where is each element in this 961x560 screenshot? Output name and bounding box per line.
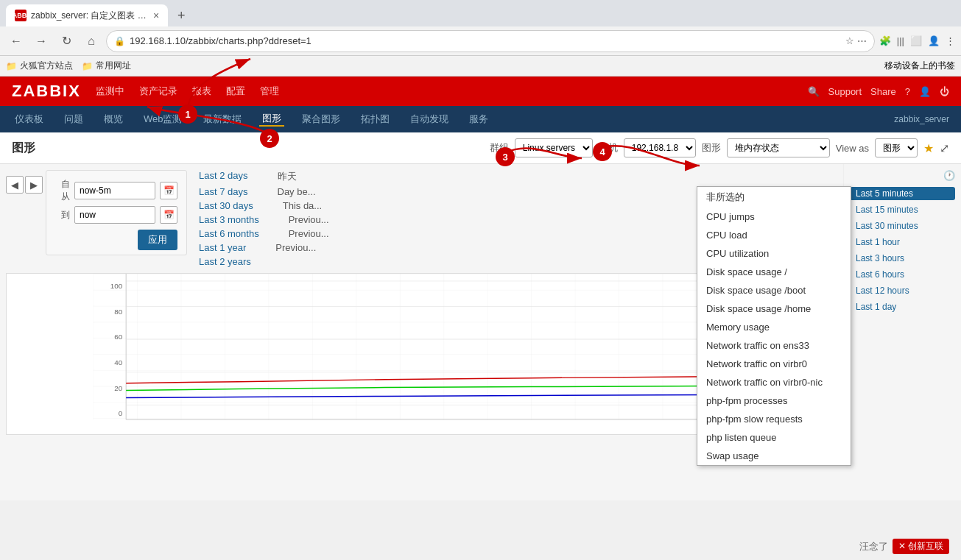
dropdown-item-14[interactable]: Swap usage	[697, 447, 851, 465]
header-nav-config[interactable]: 配置	[226, 83, 245, 99]
dropdown-item-8[interactable]: Network traffic on ens33	[697, 336, 851, 355]
host-select[interactable]: 192.168.1.8	[624, 138, 696, 157]
to-input[interactable]	[74, 206, 155, 224]
quick-last2days[interactable]: Last 2 days	[199, 170, 248, 183]
dropdown-item-4[interactable]: Disk space usage /	[697, 263, 851, 281]
active-tab[interactable]: ZABBIX zabbix_server: 自定义图表 [图... ×	[6, 4, 168, 26]
search-icon[interactable]: 🔍	[808, 86, 820, 97]
quick-prev3[interactable]: Previou...	[289, 214, 329, 225]
quick-last1year[interactable]: Last 1 year	[199, 242, 246, 253]
favorite-button[interactable]: ★	[923, 141, 934, 155]
quick-thisday[interactable]: This da...	[283, 200, 322, 211]
dropdown-item-3[interactable]: CPU utilization	[697, 244, 851, 263]
dropdown-item-1[interactable]: CPU jumps	[697, 208, 851, 226]
group-select[interactable]: Linux servers	[515, 138, 593, 157]
zabbix-logo: ZABBIX	[12, 82, 81, 101]
from-input[interactable]	[74, 182, 155, 199]
menu-icon[interactable]: ⋯	[857, 35, 867, 46]
subnav-problems[interactable]: 问题	[61, 113, 86, 126]
new-tab-button[interactable]: +	[171, 5, 191, 26]
header-nav-admin[interactable]: 管理	[260, 83, 279, 99]
subnav-dashboard[interactable]: 仪表板	[12, 113, 46, 126]
bookmark-firefox-label: 火狐官方站点	[20, 60, 73, 72]
watermark-brand: ✕ 创新互联	[893, 539, 949, 554]
bookmarks-icon[interactable]: |||	[897, 35, 904, 46]
refresh-button[interactable]: ↻	[56, 31, 77, 52]
quick-prev1yr[interactable]: Previou...	[275, 242, 316, 253]
profile-icon[interactable]: 👤	[928, 35, 940, 46]
to-calendar-button[interactable]: 📅	[160, 206, 177, 224]
quick-prev6[interactable]: Previou...	[289, 228, 329, 239]
subnav-discovery[interactable]: 自动发现	[407, 113, 451, 126]
header-nav-monitor[interactable]: 监测中	[96, 83, 124, 99]
next-button[interactable]: ▶	[25, 176, 43, 194]
subnav-graphs[interactable]: 图形	[259, 112, 284, 127]
mobile-bookmarks[interactable]: 移动设备上的书签	[884, 60, 955, 72]
subnav-screens[interactable]: 聚合图形	[299, 113, 343, 126]
dropdown-item-12[interactable]: php-fpm slow requests	[697, 410, 851, 428]
header-nav-assets[interactable]: 资产记录	[139, 83, 177, 99]
dropdown-item-11[interactable]: php-fpm processes	[697, 391, 851, 410]
quick-yesterday[interactable]: 昨天	[278, 170, 297, 183]
support-link[interactable]: Support	[828, 86, 862, 97]
tab-close-button[interactable]: ×	[153, 10, 159, 21]
dropdown-item-2[interactable]: CPU load	[697, 226, 851, 244]
quick-last30days[interactable]: Last 30 days	[199, 200, 253, 211]
back-button[interactable]: ←	[6, 31, 27, 52]
time-range-30min[interactable]: Last 30 minutes	[850, 219, 955, 233]
sync-icon[interactable]: ⬜	[910, 35, 922, 46]
dropdown-item-7[interactable]: Memory usage	[697, 318, 851, 336]
time-range-3h[interactable]: Last 3 hours	[850, 252, 955, 265]
dropdown-item-9[interactable]: Network traffic on virbr0	[697, 355, 851, 373]
help-icon[interactable]: ?	[905, 86, 910, 97]
quick-last7days[interactable]: Last 7 days	[199, 186, 248, 197]
dropdown-item-5[interactable]: Disk space usage /boot	[697, 281, 851, 300]
subnav-services[interactable]: 服务	[466, 113, 491, 126]
annotation-2: 2	[260, 129, 279, 148]
quick-daybefore[interactable]: Day be...	[278, 186, 316, 197]
user-icon[interactable]: 👤	[919, 86, 931, 97]
graph-select[interactable]: 堆内存状态	[727, 138, 830, 157]
time-range-1d[interactable]: Last 1 day	[850, 300, 955, 313]
forward-button[interactable]: →	[31, 31, 52, 52]
time-range-12h[interactable]: Last 12 hours	[850, 284, 955, 297]
bookmark-common[interactable]: 📁 常用网址	[82, 60, 131, 72]
dropdown-item-0[interactable]: 非所选的	[697, 187, 851, 208]
dropdown-item-10[interactable]: Network traffic on virbr0-nic	[697, 373, 851, 391]
subnav-overview[interactable]: 概览	[101, 113, 126, 126]
logout-icon[interactable]: ⏻	[940, 86, 949, 97]
time-range-5min[interactable]: Last 5 minutes	[850, 187, 955, 200]
prev-button[interactable]: ◀	[6, 176, 24, 194]
right-panel: 🕐 Last 5 minutes Last 15 minutes Last 30…	[843, 164, 961, 441]
page-title: 图形	[12, 141, 478, 156]
time-range-15min[interactable]: Last 15 minutes	[850, 203, 955, 216]
quick-last6months[interactable]: Last 6 months	[199, 228, 259, 239]
quick-last2years[interactable]: Last 2 years	[199, 256, 251, 267]
tab-title: zabbix_server: 自定义图表 [图...	[31, 10, 149, 22]
address-bar[interactable]: 🔒 192.168.1.10/zabbix/charts.php?ddreset…	[106, 30, 875, 52]
from-calendar-button[interactable]: 📅	[160, 182, 177, 199]
header-nav-reports[interactable]: 报表	[192, 83, 211, 99]
page-header: 图形 群组 Linux servers 主机 192.168.1.8 图形 堆内…	[0, 132, 961, 164]
tab-favicon: ZABBIX	[15, 10, 27, 21]
bookmark-firefox[interactable]: 📁 火狐官方站点	[6, 60, 73, 72]
home-button[interactable]: ⌂	[81, 31, 102, 52]
time-range-6h[interactable]: Last 6 hours	[850, 268, 955, 281]
subnav-latest[interactable]: 最新数据	[200, 113, 244, 126]
dropdown-item-13[interactable]: php listen queue	[697, 428, 851, 447]
bookmark-folder-icon2: 📁	[82, 61, 93, 71]
extensions-icon[interactable]: 🧩	[879, 35, 891, 46]
time-range-buttons: Last 5 minutes Last 15 minutes Last 30 m…	[850, 187, 955, 313]
prev-next-buttons: ◀ ▶	[6, 176, 43, 194]
view-as-label: View as	[836, 143, 869, 154]
view-as-select[interactable]: 图形	[875, 138, 918, 157]
quick-last3months[interactable]: Last 3 months	[199, 214, 259, 225]
apply-button[interactable]: 应用	[138, 230, 177, 250]
subnav-maps[interactable]: 拓扑图	[358, 113, 393, 126]
time-range-1h[interactable]: Last 1 hour	[850, 235, 955, 249]
dropdown-item-6[interactable]: Disk space usage /home	[697, 300, 851, 318]
expand-button[interactable]: ⤢	[940, 141, 949, 155]
share-link[interactable]: Share	[870, 86, 896, 97]
browser-menu-icon[interactable]: ⋮	[946, 35, 955, 46]
bookmark-icon[interactable]: ☆	[845, 35, 854, 46]
